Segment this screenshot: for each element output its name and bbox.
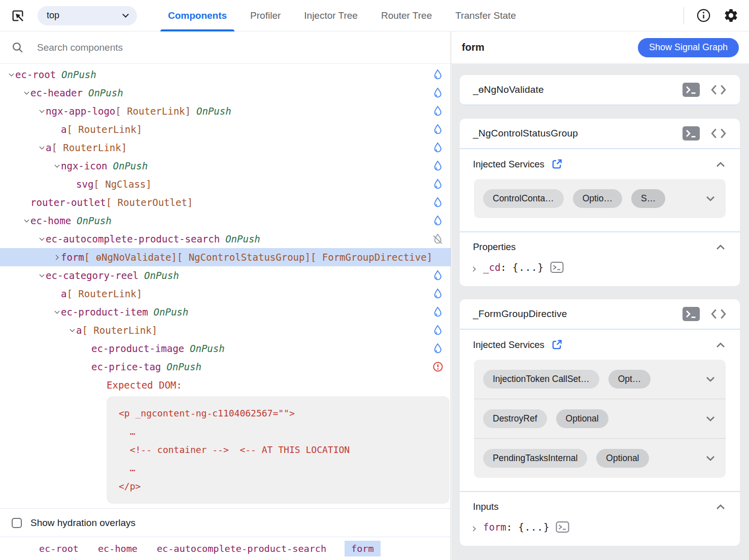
chevron-down-icon — [704, 414, 717, 424]
service-chip[interactable]: Optio… — [573, 189, 622, 208]
expand-service-button[interactable] — [699, 194, 717, 204]
collapse-section-button[interactable] — [714, 502, 727, 512]
tree-node-a[interactable]: a[_RouterLink] — [0, 285, 451, 303]
tree-node-text: router-outlet[_RouterOutlet] — [30, 197, 193, 208]
breadcrumb: ec-rootec-homeec-autocomplete-product-se… — [0, 537, 451, 560]
tree-node-ec-home[interactable]: ec-homeOnPush — [0, 212, 451, 230]
expand-service-button[interactable] — [699, 453, 717, 464]
tab-profiler[interactable]: Profiler — [239, 0, 292, 31]
tab-transfer-state[interactable]: Transfer State — [444, 0, 528, 31]
chevron-down-icon[interactable] — [39, 236, 44, 241]
chevron-down-icon[interactable] — [24, 218, 29, 223]
breadcrumb-item-ec-home[interactable]: ec-home — [97, 541, 139, 556]
tree-node-ec-category-reel[interactable]: ec-category-reelOnPush — [0, 266, 451, 285]
log-to-console-button[interactable] — [556, 521, 569, 533]
hydration-error-icon — [432, 361, 444, 372]
tree-node-text: ec-price-tagOnPush — [91, 361, 201, 372]
tree-node-text: a[_RouterLink] — [61, 288, 142, 299]
hydration-overlay-row: Show hydration overlays — [0, 508, 451, 537]
open-in-console-button[interactable] — [682, 82, 700, 97]
tree-node-ec-root[interactable]: ec-rootOnPush — [0, 65, 451, 84]
open-injector-graph-link[interactable] — [551, 339, 563, 351]
input-value: {...} — [518, 521, 550, 533]
tree-node-a[interactable]: a[_RouterLink] — [0, 138, 451, 157]
injected-service-row: DestroyRefOptional — [474, 399, 726, 438]
tab-components[interactable]: Components — [156, 0, 239, 31]
terminal-icon — [682, 306, 700, 322]
property-row[interactable]: _cd : {...} — [460, 256, 740, 286]
breadcrumb-item-ec-autocomplete-product-search[interactable]: ec-autocomplete-product-search — [156, 541, 327, 556]
chevron-down-icon[interactable] — [39, 145, 44, 150]
open-injector-graph-link[interactable] — [551, 158, 563, 170]
service-chip[interactable]: Optional — [596, 449, 649, 468]
chevron-up-icon — [714, 242, 727, 252]
property-key: _cd — [483, 262, 500, 273]
expand-chevron-icon[interactable] — [471, 267, 476, 272]
collapse-section-button[interactable] — [714, 340, 727, 350]
chevron-down-icon[interactable] — [39, 272, 44, 277]
service-chip[interactable]: Optional — [556, 409, 608, 428]
service-chip[interactable]: Opt… — [608, 370, 651, 389]
chevron-right-icon[interactable] — [54, 255, 59, 260]
search-input[interactable] — [36, 42, 439, 54]
service-chip[interactable]: ControlConta… — [483, 189, 564, 208]
hydration-skipped-icon — [432, 233, 444, 246]
tree-node-svg[interactable]: svg[_NgClass] — [0, 175, 451, 193]
chevron-down-icon[interactable] — [54, 163, 59, 168]
terminal-icon — [682, 82, 700, 97]
chevron-down-icon[interactable] — [24, 90, 29, 95]
hydration-overlay-checkbox[interactable] — [12, 518, 22, 528]
inspect-element-icon[interactable] — [10, 8, 25, 23]
open-in-console-button[interactable] — [682, 126, 700, 141]
expand-service-button[interactable] — [699, 374, 717, 384]
view-source-button[interactable] — [710, 127, 727, 140]
tree-node-ec-price-tag[interactable]: ec-price-tagOnPush — [0, 358, 451, 376]
tree-node-ec-header[interactable]: ec-headerOnPush — [0, 84, 451, 102]
info-icon — [696, 8, 711, 23]
collapse-section-button[interactable] — [714, 159, 727, 169]
settings-button[interactable] — [723, 8, 739, 23]
tree-node-form[interactable]: form[_ɵNgNoValidate][_NgControlStatusGro… — [0, 248, 451, 266]
injected-service-row: ControlConta…Optio…S… — [474, 179, 726, 218]
chevron-down-icon[interactable] — [54, 309, 59, 314]
tree-node-ngx-icon[interactable]: ngx-iconOnPush — [0, 157, 451, 175]
tree-node-text: ec-product-itemOnPush — [61, 306, 188, 318]
tree-node-ec-product-image[interactable]: ec-product-imageOnPush — [0, 339, 451, 358]
about-button[interactable] — [696, 8, 711, 23]
chevron-down-icon[interactable] — [70, 327, 75, 332]
input-row[interactable]: form : {...} — [460, 515, 740, 546]
tree-node-a[interactable]: a[_RouterLink] — [0, 120, 451, 138]
code-icon — [710, 307, 727, 321]
tab-injector-tree[interactable]: Injector Tree — [292, 0, 369, 31]
hydration-drop-icon — [432, 142, 444, 154]
chevron-down-icon[interactable] — [9, 72, 14, 77]
service-chip[interactable]: DestroyRef — [483, 409, 547, 428]
directive-card-ngcontrolstatusgroup: _NgControlStatusGroup Injected Se — [460, 119, 740, 286]
collapse-section-button[interactable] — [714, 242, 727, 252]
directive-title: _ɵNgNoValidate — [473, 84, 672, 95]
tree-node-ec-autocomplete-product-search[interactable]: ec-autocomplete-product-searchOnPush — [0, 230, 451, 248]
tab-router-tree[interactable]: Router Tree — [369, 0, 444, 31]
tree-node-a[interactable]: a[_RouterLink] — [0, 321, 451, 339]
tree-node-text: a[_RouterLink] — [46, 142, 127, 153]
service-chip[interactable]: InjectionToken CallSet… — [483, 370, 599, 389]
log-to-console-button[interactable] — [550, 262, 564, 273]
show-signal-graph-button[interactable]: Show Signal Graph — [638, 38, 739, 57]
view-source-button[interactable] — [710, 83, 727, 96]
open-in-console-button[interactable] — [682, 306, 700, 322]
service-chip[interactable]: S… — [631, 189, 665, 208]
injected-services-heading: Injected Services — [460, 149, 740, 173]
view-source-button[interactable] — [710, 307, 727, 321]
breadcrumb-item-ec-root[interactable]: ec-root — [38, 541, 80, 556]
tree-node-router-outlet[interactable]: router-outlet[_RouterOutlet] — [0, 193, 451, 212]
tree-node-ec-product-item[interactable]: ec-product-itemOnPush — [0, 303, 451, 321]
frame-selector-dropdown[interactable]: top — [38, 6, 137, 25]
service-chip[interactable]: PendingTasksInternal — [483, 449, 587, 468]
tree-node-ngx-app-logo[interactable]: ngx-app-logo[_RouterLink]OnPush — [0, 102, 451, 120]
breadcrumb-item-form[interactable]: form — [345, 541, 381, 556]
directive-title: _FormGroupDirective — [473, 308, 672, 320]
chevron-down-icon[interactable] — [39, 108, 44, 113]
expand-service-button[interactable] — [699, 414, 717, 424]
expand-chevron-icon[interactable] — [471, 527, 476, 532]
component-tree-panel: ec-rootOnPushec-headerOnPushngx-app-logo… — [0, 31, 451, 560]
